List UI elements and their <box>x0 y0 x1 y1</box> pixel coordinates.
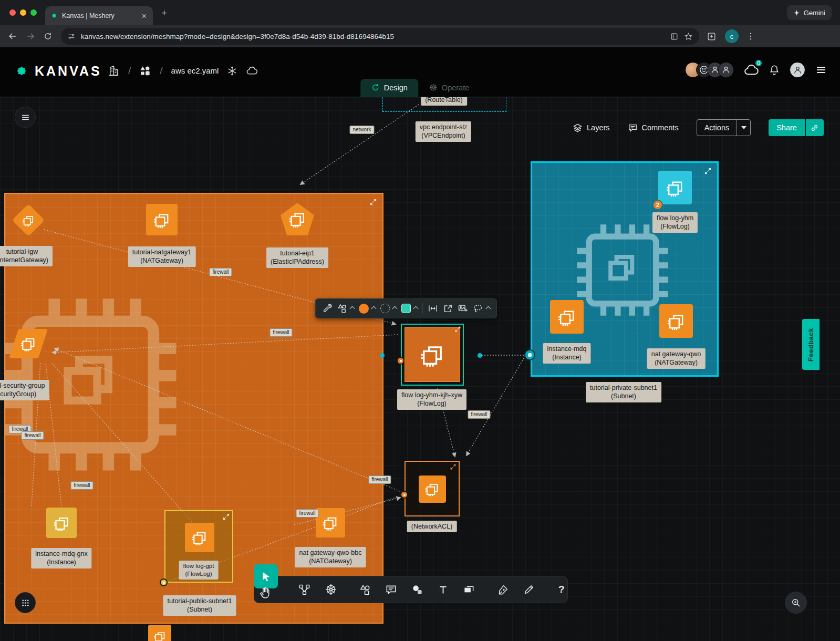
tab-design[interactable]: Design <box>360 79 418 97</box>
forward-icon[interactable] <box>25 31 36 42</box>
node-label-elastic-ip[interactable]: tutorial-eip1(ElasticIPAddress) <box>266 247 328 268</box>
design-file-name[interactable]: aws ec2.yaml <box>171 66 219 75</box>
node-icon-instance-mdq-gnx[interactable] <box>46 508 77 538</box>
pen-tool-icon[interactable] <box>497 584 509 595</box>
edge-endpoint-handle[interactable] <box>524 349 535 360</box>
border-style-button[interactable] <box>380 304 397 313</box>
zoom-button[interactable] <box>785 592 807 614</box>
browser-menu-icon[interactable] <box>746 32 755 41</box>
node-icon-flow-log-yhm[interactable] <box>658 171 692 204</box>
selection-handle[interactable] <box>478 353 482 358</box>
layers-button[interactable]: Layers <box>573 123 610 133</box>
feedback-tab[interactable]: Feedback <box>802 319 820 370</box>
snapshot-snowflake-icon[interactable] <box>227 66 237 76</box>
add-image-button[interactable] <box>458 303 468 314</box>
select-tool-button-active[interactable] <box>254 564 278 588</box>
tools-wrench-button[interactable] <box>322 304 332 314</box>
pencil-tool-icon[interactable] <box>523 584 535 595</box>
browser-profile-avatar[interactable]: c <box>725 29 739 43</box>
node-label-public-subnet[interactable]: tutorial-public-subnet1(Subnet) <box>163 595 236 616</box>
person-avatar-icon[interactable] <box>721 65 731 75</box>
share-button-group[interactable]: Share <box>769 119 824 136</box>
node-label-vpc-endpoint[interactable]: vpc endpoint-slz(VPCEndpoint) <box>416 121 471 142</box>
actions-dropdown-button[interactable] <box>737 120 750 136</box>
node-icon-nat-gateway1[interactable] <box>146 204 178 235</box>
bell-icon[interactable] <box>769 64 780 76</box>
expand-icon[interactable] <box>222 513 230 521</box>
copy-link-button[interactable] <box>806 119 824 136</box>
design-canvas[interactable]: (RouteTable) vpc endpoint-slz(VPCEndpoin… <box>0 97 840 641</box>
widgets-grid-button[interactable] <box>15 592 36 613</box>
node-icon-flow-log-gpt[interactable] <box>185 523 214 552</box>
downloads-icon[interactable] <box>707 32 717 42</box>
site-settings-icon[interactable] <box>67 32 76 40</box>
canvas-menu-button[interactable] <box>15 107 36 128</box>
reload-icon[interactable] <box>43 32 53 41</box>
address-bar[interactable]: kanvas.new/extension/meshmap?mode=design… <box>61 28 699 45</box>
collaborator-avatars[interactable] <box>685 62 734 78</box>
node-label-nat-gateway1[interactable]: tutorial-natgateway1(NATGateway) <box>128 246 196 267</box>
node-icon-instance-mdq[interactable] <box>550 300 584 334</box>
close-window-button[interactable] <box>9 9 16 16</box>
node-label-flow-log-center[interactable]: flow log-yhm-kjh-xyw(FlowLog) <box>397 389 466 410</box>
user-avatar-icon[interactable] <box>793 65 803 75</box>
helm-tool-icon[interactable] <box>325 583 337 596</box>
browser-tab[interactable]: Kanvas | Meshery <box>45 6 153 25</box>
shape-fill-button[interactable] <box>401 304 418 313</box>
fill-color-button[interactable] <box>359 304 376 314</box>
node-label-instance-mdq-gnx[interactable]: instance-mdq-gnx(Instance) <box>31 548 91 568</box>
back-icon[interactable] <box>7 31 18 42</box>
kanvas-logo[interactable]: KANVAS <box>14 63 102 79</box>
cloud-connection-status[interactable]: 0 <box>743 62 759 78</box>
rectangle-tool-icon[interactable] <box>463 584 475 596</box>
actions-button[interactable]: Actions <box>697 119 751 136</box>
bookmark-star-icon[interactable] <box>684 32 693 41</box>
node-label-private-subnet[interactable]: tutorial-private-subnet1(Subnet) <box>586 382 661 402</box>
help-button[interactable]: ? <box>558 584 565 595</box>
connection-point-badge[interactable] <box>397 357 405 365</box>
organization-icon[interactable] <box>108 65 120 77</box>
node-icon-nat-gateway-qwo[interactable] <box>659 304 693 338</box>
expand-icon[interactable] <box>704 167 712 175</box>
expand-icon[interactable] <box>450 463 457 470</box>
node-label-network-acl[interactable]: (NetworkACL) <box>407 521 457 532</box>
shapes-tool-icon[interactable] <box>359 584 371 596</box>
flowchart-tool-icon[interactable] <box>298 584 310 596</box>
node-network-acl[interactable] <box>405 461 460 516</box>
filled-shapes-tool-icon[interactable] <box>411 584 423 596</box>
tab-operate[interactable]: Operate <box>418 79 480 97</box>
node-icon-nat-gateway-qwo-bbc[interactable] <box>316 508 345 537</box>
close-tab-icon[interactable] <box>141 13 148 19</box>
node-label-flow-log-gpt[interactable]: flow log-gpt(FlowLog) <box>179 561 219 580</box>
node-label-flow-log-yhm[interactable]: flow log-yhm(FlowLog) <box>652 212 698 233</box>
gemini-badge[interactable]: Gemini <box>787 5 832 20</box>
hamburger-menu-icon[interactable] <box>815 64 827 76</box>
node-label-security-group[interactable]: tutorial-security-group(SecurityGroup) <box>0 380 49 400</box>
node-label-route-table[interactable]: (RouteTable) <box>421 97 467 106</box>
pan-hand-tool-icon[interactable] <box>259 586 272 599</box>
comments-button[interactable]: Comments <box>628 123 679 133</box>
connection-point-badge[interactable] <box>400 491 408 499</box>
text-tool-icon[interactable] <box>438 584 449 595</box>
comment-tool-icon[interactable] <box>385 584 397 596</box>
designs-icon[interactable] <box>139 65 151 77</box>
node-icon-flow-log-center[interactable] <box>405 327 460 382</box>
expand-icon[interactable] <box>369 198 377 206</box>
node-label-instance-mdq[interactable]: instance-mdq(Instance) <box>543 343 590 364</box>
maximize-window-button[interactable] <box>30 9 37 16</box>
open-in-new-button[interactable] <box>443 304 453 314</box>
cloud-save-icon[interactable] <box>246 65 258 77</box>
shape-picker-button[interactable] <box>337 303 354 314</box>
node-label-nat-gateway-qwo[interactable]: nat gateway-qwo(NATGateway) <box>647 348 706 369</box>
node-flow-log-yhm-kjh-xyw-selected[interactable] <box>401 324 464 386</box>
macos-window-controls[interactable] <box>9 9 37 16</box>
connection-point-badge[interactable] <box>160 578 168 586</box>
saved-tab-group-icon[interactable] <box>670 32 679 41</box>
resize-width-button[interactable] <box>428 303 438 314</box>
selection-handle[interactable] <box>380 353 385 358</box>
node-icon-clipped-bottom[interactable] <box>148 625 171 641</box>
lasso-select-button[interactable] <box>473 303 490 314</box>
node-label-internet-gateway[interactable]: tutorial-igw(InternetGateway) <box>0 246 53 266</box>
new-tab-button[interactable] <box>160 9 168 17</box>
expand-icon[interactable] <box>454 326 461 333</box>
